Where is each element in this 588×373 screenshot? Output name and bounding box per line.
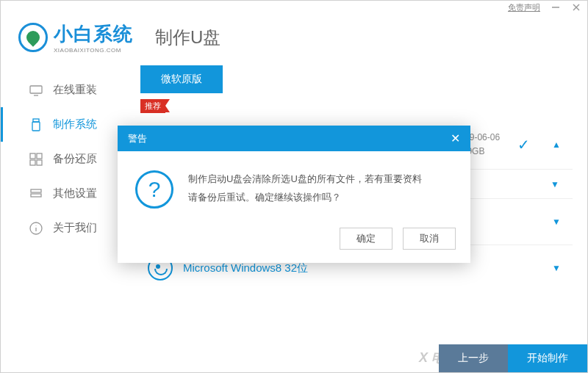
dialog-titlebar: 警告 ✕ (118, 126, 470, 151)
dialog-footer: 确定 取消 (118, 228, 470, 263)
app-window: 免责声明 小白系统 XIAOBAIXITONG.COM 制作U盘 在线重装 制作… (0, 0, 588, 373)
dialog-message: 制作启动U盘会清除所选U盘的所有文件，若有重要资料 请备份后重试。确定继续该操作… (188, 170, 422, 206)
dialog-title: 警告 (128, 132, 147, 145)
warning-dialog: 警告 ✕ ? 制作启动U盘会清除所选U盘的所有文件，若有重要资料 请备份后重试。… (118, 126, 470, 263)
dialog-close-button[interactable]: ✕ (451, 131, 460, 145)
dialog-line2: 请备份后重试。确定继续该操作吗？ (188, 189, 422, 207)
question-icon: ? (135, 170, 173, 209)
dialog-line1: 制作启动U盘会清除所选U盘的所有文件，若有重要资料 (188, 170, 422, 189)
modal-overlay: 警告 ✕ ? 制作启动U盘会清除所选U盘的所有文件，若有重要资料 请备份后重试。… (1, 1, 587, 372)
dialog-body: ? 制作启动U盘会清除所选U盘的所有文件，若有重要资料 请备份后重试。确定继续该… (118, 151, 470, 228)
cancel-button[interactable]: 取消 (403, 228, 456, 250)
ok-button[interactable]: 确定 (340, 228, 392, 250)
